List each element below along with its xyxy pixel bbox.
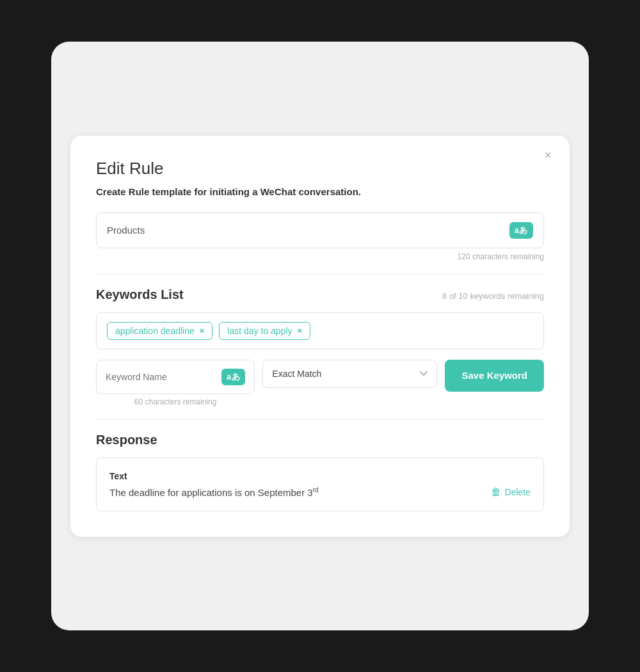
- keyword-tag-2-remove[interactable]: ×: [298, 326, 303, 335]
- modal-subtitle: Create Rule template for initiating a We…: [96, 186, 544, 197]
- response-card: Text The deadline for applications is on…: [96, 458, 544, 511]
- response-content-row: The deadline for applications is on Sept…: [109, 486, 531, 498]
- delete-label: Delete: [505, 487, 531, 497]
- close-button[interactable]: ×: [540, 147, 556, 163]
- keywords-header: Keywords List 8 of 10 keywords remaining: [96, 287, 544, 302]
- response-section: Response Text The deadline for applicati…: [96, 433, 544, 511]
- products-value: Products: [107, 225, 145, 236]
- keyword-tag-1: application deadline ×: [107, 322, 212, 340]
- section-divider-1: [96, 274, 544, 275]
- products-char-remaining: 120 characters remaining: [96, 252, 544, 261]
- keyword-char-remaining: 60 characters remaining: [96, 397, 255, 406]
- outer-card: × Edit Rule Create Rule template for ini…: [51, 42, 589, 630]
- trash-icon: 🗑: [491, 486, 501, 498]
- keyword-name-input-box: aあ: [96, 360, 255, 394]
- keyword-name-input[interactable]: [106, 372, 221, 382]
- match-select[interactable]: Exact Match Contains Starts With: [262, 360, 437, 388]
- keyword-tag-1-text: application deadline: [115, 326, 195, 336]
- modal-dialog: × Edit Rule Create Rule template for ini…: [70, 136, 570, 537]
- keyword-tag-2: last day to apply ×: [219, 322, 310, 340]
- keyword-tag-1-remove[interactable]: ×: [200, 326, 205, 335]
- keyword-name-wrapper: aあ 60 characters remaining: [96, 360, 255, 406]
- delete-button[interactable]: 🗑 Delete: [491, 486, 531, 498]
- products-field: Products aあ: [96, 212, 544, 248]
- products-translate-icon: aあ: [509, 222, 533, 239]
- response-type-label: Text: [109, 471, 531, 481]
- section-divider-2: [96, 419, 544, 420]
- modal-title: Edit Rule: [96, 159, 544, 179]
- match-select-wrapper: Exact Match Contains Starts With: [262, 360, 437, 388]
- keywords-count: 8 of 10 keywords remaining: [442, 291, 544, 301]
- keywords-tags-box: application deadline × last day to apply…: [96, 312, 544, 349]
- keyword-translate-icon: aあ: [221, 369, 245, 385]
- save-keyword-button[interactable]: Save Keyword: [445, 360, 544, 392]
- keyword-tag-2-text: last day to apply: [227, 326, 292, 336]
- keyword-input-row: aあ 60 characters remaining Exact Match C…: [96, 360, 544, 406]
- response-text: The deadline for applications is on Sept…: [109, 486, 478, 498]
- keywords-title: Keywords List: [96, 287, 184, 302]
- response-title: Response: [96, 433, 544, 447]
